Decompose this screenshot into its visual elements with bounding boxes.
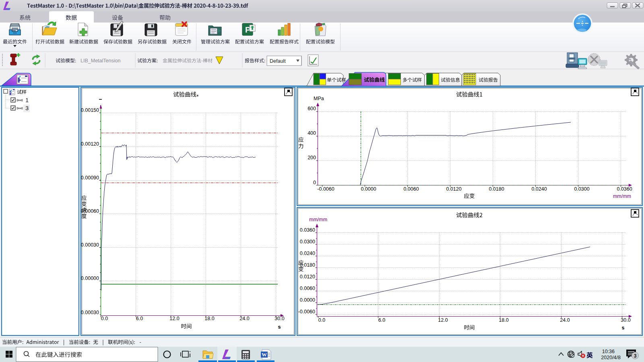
svg-text:0.0: 0.0 bbox=[318, 317, 325, 323]
svg-text:0.00150: 0.00150 bbox=[81, 107, 99, 113]
svg-text:W: W bbox=[262, 352, 267, 358]
svg-text:Default: Default bbox=[270, 58, 286, 64]
svg-text:s: s bbox=[622, 325, 625, 331]
svg-text:0.00030: 0.00030 bbox=[81, 242, 99, 248]
svg-text:3: 3 bbox=[634, 353, 637, 359]
svg-text:0.0000: 0.0000 bbox=[300, 297, 315, 303]
svg-text:0.0300: 0.0300 bbox=[574, 186, 589, 192]
svg-text:30.0: 30.0 bbox=[275, 316, 284, 321]
svg-text:0.00120: 0.00120 bbox=[81, 141, 99, 147]
svg-text:1: 1 bbox=[25, 97, 29, 103]
svg-text:12.0: 12.0 bbox=[438, 317, 448, 323]
svg-text:0.0180: 0.0180 bbox=[300, 262, 315, 268]
svg-text:3: 3 bbox=[25, 105, 29, 111]
svg-text:10:36: 10:36 bbox=[602, 349, 615, 354]
svg-text:30.0: 30.0 bbox=[621, 317, 630, 323]
svg-text:18.0: 18.0 bbox=[204, 316, 214, 321]
svg-text:0.00090: 0.00090 bbox=[81, 175, 99, 181]
svg-text:2020/4/8: 2020/4/8 bbox=[601, 355, 621, 360]
svg-text:0.0180: 0.0180 bbox=[489, 186, 504, 192]
svg-text:0.0300: 0.0300 bbox=[300, 239, 315, 245]
svg-text:0.0060: 0.0060 bbox=[300, 286, 315, 291]
svg-text:0.0: 0.0 bbox=[101, 316, 108, 321]
svg-text:0.0120: 0.0120 bbox=[446, 186, 461, 192]
svg-text:mm/mm: mm/mm bbox=[309, 217, 327, 222]
svg-text:*: * bbox=[196, 93, 199, 100]
svg-text:0.00030: 0.00030 bbox=[81, 310, 99, 315]
svg-text:18.0: 18.0 bbox=[499, 317, 508, 323]
svg-text:600: 600 bbox=[308, 106, 316, 111]
svg-text:s: s bbox=[278, 324, 281, 330]
svg-text:0.0240: 0.0240 bbox=[300, 251, 315, 256]
svg-text:LIB_MetalTension: LIB_MetalTension bbox=[80, 58, 120, 64]
svg-text:24.0: 24.0 bbox=[560, 317, 570, 323]
svg-text:-0.0060: -0.0060 bbox=[317, 186, 334, 192]
svg-text:MPa: MPa bbox=[314, 96, 324, 101]
svg-text:0.0360: 0.0360 bbox=[617, 186, 632, 192]
svg-text:0.00060: 0.00060 bbox=[81, 208, 99, 214]
svg-text:-0.0060: -0.0060 bbox=[298, 309, 315, 315]
svg-text:6.0: 6.0 bbox=[136, 316, 143, 321]
svg-text:0: 0 bbox=[313, 180, 316, 185]
svg-text:mm/mm: mm/mm bbox=[613, 193, 631, 199]
svg-text:0.0000: 0.0000 bbox=[361, 186, 376, 192]
svg-text:24.0: 24.0 bbox=[239, 316, 249, 321]
svg-text:6.0: 6.0 bbox=[378, 317, 385, 323]
svg-text:0.0240: 0.0240 bbox=[531, 186, 547, 192]
svg-text:0.00000: 0.00000 bbox=[81, 276, 99, 281]
svg-text:0.0360: 0.0360 bbox=[300, 227, 315, 233]
svg-text:0.0120: 0.0120 bbox=[300, 274, 315, 280]
svg-text:0.0060: 0.0060 bbox=[403, 186, 419, 192]
svg-text:400: 400 bbox=[308, 130, 316, 136]
svg-text:200: 200 bbox=[308, 155, 316, 160]
svg-text:12.0: 12.0 bbox=[169, 316, 179, 321]
